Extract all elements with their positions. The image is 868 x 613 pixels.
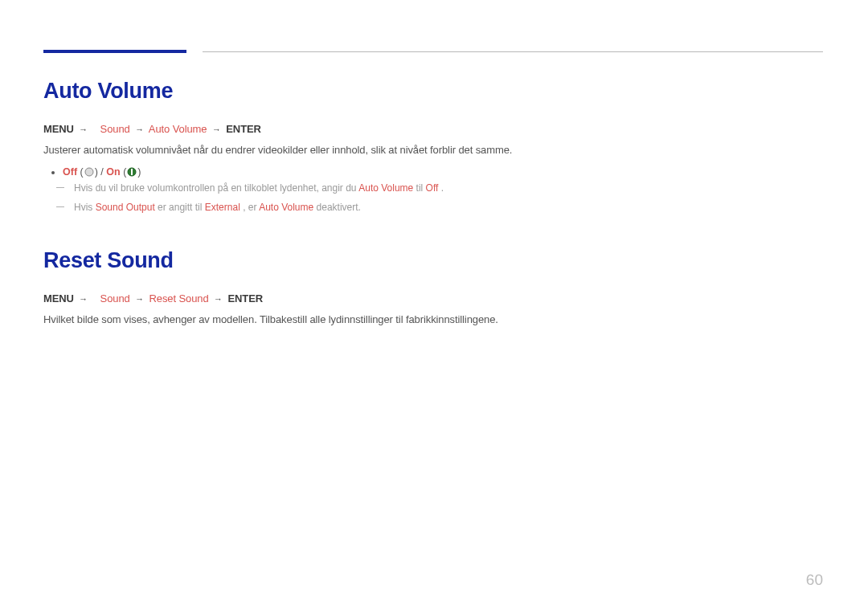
page-number: 60 <box>806 571 823 589</box>
crumb-reset-sound: Reset Sound <box>149 292 209 304</box>
crumb-auto-volume: Auto Volume <box>149 123 207 135</box>
crumb-menu: MENU <box>43 292 74 304</box>
menu-path-reset-sound: MENU → Sound → Reset Sound → ENTER <box>43 292 654 304</box>
svg-point-0 <box>85 168 93 176</box>
crumb-sound: Sound <box>100 292 130 304</box>
note-2: Hvis Sound Output er angitt til External… <box>74 200 654 215</box>
radio-off-icon <box>84 167 94 177</box>
arrow-icon: → <box>211 294 225 304</box>
note-keyword: Off <box>426 182 439 194</box>
svg-rect-2 <box>131 169 133 175</box>
crumb-sound: Sound <box>100 123 130 135</box>
header-rule-line <box>203 51 823 52</box>
reset-sound-description: Hvilket bilde som vises, avhenger av mod… <box>43 313 654 328</box>
note-1: Hvis du vil bruke volumkontrollen på en … <box>74 181 654 195</box>
arrow-icon: → <box>133 125 146 134</box>
option-on-label: On <box>106 166 120 178</box>
note-text: . <box>441 182 444 194</box>
crumb-enter: ENTER <box>226 123 261 135</box>
page-content: Auto Volume MENU → Sound → Auto Volume →… <box>43 79 654 336</box>
note-keyword: Sound Output <box>96 202 155 213</box>
auto-volume-description: Justerer automatisk volumnivået når du e… <box>43 143 654 158</box>
note-text: , er <box>243 202 259 213</box>
section-title-reset-sound: Reset Sound <box>43 248 654 273</box>
arrow-icon: → <box>76 125 97 134</box>
option-list: Off () / On () <box>43 166 654 178</box>
arrow-icon: → <box>76 294 97 304</box>
option-off-on: Off () / On () <box>63 166 654 178</box>
section-title-auto-volume: Auto Volume <box>43 79 654 104</box>
note-text: deaktivert. <box>317 202 361 213</box>
crumb-menu: MENU <box>43 123 74 135</box>
note-text: Hvis <box>74 202 96 213</box>
section-reset-sound: Reset Sound MENU → Sound → Reset Sound →… <box>43 248 654 328</box>
header-rule-accent <box>43 50 186 53</box>
radio-on-icon <box>127 167 137 177</box>
note-keyword: Auto Volume <box>358 182 413 194</box>
note-text: til <box>416 182 426 194</box>
menu-path-auto-volume: MENU → Sound → Auto Volume → ENTER <box>43 123 654 135</box>
notes-list: Hvis du vil bruke volumkontrollen på en … <box>43 181 654 215</box>
arrow-icon: → <box>133 294 146 304</box>
note-keyword: External <box>205 202 240 213</box>
crumb-enter: ENTER <box>227 292 263 304</box>
header-rule <box>43 50 823 56</box>
option-off-label: Off <box>63 166 77 178</box>
note-text: Hvis du vil bruke volumkontrollen på en … <box>74 182 358 194</box>
arrow-icon: → <box>210 125 223 134</box>
note-keyword: Auto Volume <box>259 202 313 213</box>
note-text: er angitt til <box>158 202 205 213</box>
